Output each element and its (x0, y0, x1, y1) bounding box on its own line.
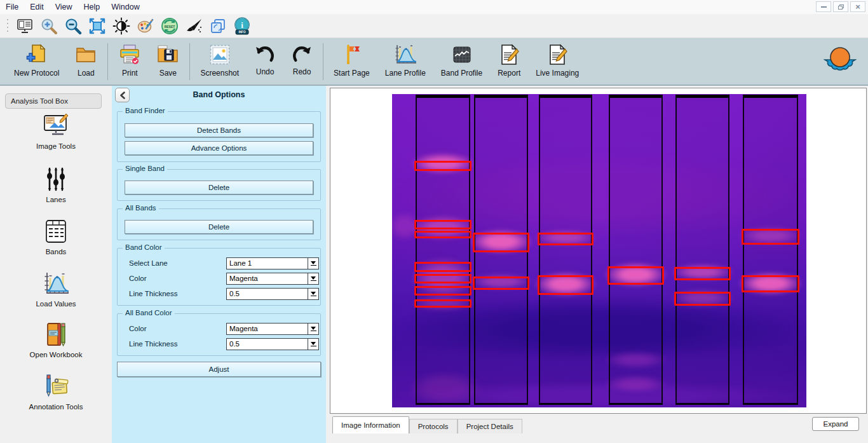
sidebar-item-annotation-tools[interactable]: Annotation Tools (0, 373, 112, 421)
band-box[interactable] (414, 161, 471, 171)
band-box[interactable] (538, 275, 593, 295)
sidebar-item-image-tools[interactable]: Image Tools (0, 112, 112, 161)
live-imaging-button[interactable]: Live Imaging (528, 43, 587, 78)
close-icon: × (855, 3, 860, 11)
dropdown-arrow-icon[interactable] (308, 289, 318, 299)
collapse-panel-button[interactable] (115, 88, 130, 102)
convert-image-button[interactable] (208, 16, 227, 36)
toolbar-button-label: Redo (293, 67, 311, 76)
band-color-color-label: Color (129, 275, 146, 282)
menu-view[interactable]: View (50, 0, 78, 14)
fit-screen-button[interactable] (87, 16, 107, 36)
print-button[interactable]: Print (111, 43, 149, 78)
gel-lane-3[interactable] (539, 95, 592, 405)
convert-image-icon (209, 17, 227, 35)
band-box[interactable] (607, 266, 664, 285)
analysis-toolbox-sidebar: Analysis Tool Box Image Tools Lanes (0, 86, 112, 443)
toolbar-button-label: Screenshot (200, 69, 239, 78)
band-profile-button[interactable]: Band Profile (433, 43, 490, 78)
restore-button[interactable] (833, 1, 848, 12)
band-thickness-value: 0.5 (227, 289, 308, 299)
sidebar-item-label: Lanes (46, 196, 65, 203)
select-lane-dropdown[interactable]: Lane 1 (226, 257, 319, 269)
band-thickness-dropdown[interactable]: 0.5 (226, 288, 319, 300)
all-band-thickness-dropdown[interactable]: 0.5 (226, 338, 319, 350)
gel-image[interactable] (392, 94, 806, 407)
tab-protocols[interactable]: Protocols (409, 419, 458, 433)
dropdown-arrow-icon[interactable] (308, 273, 318, 284)
all-bands-group: All Bands Delete (117, 208, 321, 240)
reset-button[interactable]: RESET (159, 16, 179, 36)
band-color-dropdown[interactable]: Magenta (226, 273, 319, 285)
zoom-in-button[interactable] (39, 16, 58, 36)
band-box[interactable] (414, 220, 471, 229)
redo-button[interactable]: Redo (283, 43, 320, 76)
gel-lane-4[interactable] (609, 95, 663, 405)
minimize-button[interactable] (816, 1, 831, 12)
band-box[interactable] (538, 233, 593, 245)
save-button[interactable]: Save (149, 43, 187, 78)
reading-view-icon (16, 17, 34, 35)
all-band-thickness-label: Line Thickness (129, 340, 178, 348)
band-box[interactable] (414, 299, 471, 308)
sidebar-item-label: Open Workbook (30, 351, 83, 358)
redo-icon (291, 43, 313, 65)
report-button[interactable]: Report (490, 43, 528, 78)
all-bands-delete-button[interactable]: Delete (125, 220, 313, 234)
zoom-out-button[interactable] (63, 16, 83, 36)
band-box[interactable] (414, 286, 471, 296)
dropdown-arrow-icon[interactable] (308, 258, 318, 269)
sidebar-item-label: Annotation Tools (29, 403, 83, 411)
close-button[interactable]: × (850, 1, 865, 12)
sidebar-item-bands[interactable]: Bands (0, 218, 112, 266)
info-button[interactable]: i INFO (232, 16, 252, 36)
main-toolbar: New Protocol Load Print (0, 38, 868, 86)
dropdown-arrow-icon[interactable] (308, 339, 318, 350)
new-protocol-button[interactable]: New Protocol (6, 43, 67, 78)
sidebar-item-load-values[interactable]: Load Values (0, 270, 112, 318)
advance-options-button[interactable]: Advance Options (125, 141, 313, 155)
dropdown-arrow-icon[interactable] (308, 324, 318, 334)
detect-bands-button[interactable]: Detect Bands (125, 123, 313, 137)
tab-project-details[interactable]: Project Details (458, 419, 522, 433)
chevron-left-icon (119, 92, 126, 99)
single-band-delete-button[interactable]: Delete (125, 181, 313, 194)
band-box[interactable] (674, 267, 731, 280)
band-box[interactable] (414, 274, 471, 283)
load-button[interactable]: Load (67, 43, 105, 78)
menu-help[interactable]: Help (78, 0, 106, 14)
select-lane-label: Select Lane (129, 259, 168, 267)
reading-view-button[interactable] (15, 16, 34, 36)
toolbar-separator (107, 43, 108, 80)
band-box[interactable] (414, 262, 471, 272)
start-page-button[interactable]: Start Page (326, 43, 377, 78)
contrast-button[interactable] (111, 16, 131, 36)
screenshot-button[interactable]: Screenshot (193, 43, 247, 78)
all-bands-label: All Bands (123, 204, 159, 212)
menu-edit[interactable]: Edit (24, 0, 50, 14)
gel-lane-1[interactable] (416, 95, 470, 405)
gel-lane-5[interactable] (675, 95, 729, 405)
sidebar-item-lanes[interactable]: Lanes (0, 166, 112, 214)
all-band-color-group: All Band Color Color Magenta Line Thickn… (117, 313, 321, 356)
expand-button[interactable]: Expand (812, 417, 859, 431)
undo-button[interactable]: Undo (247, 43, 283, 76)
color-palette-button[interactable] (135, 16, 155, 36)
adjust-button[interactable]: Adjust (117, 362, 321, 377)
band-finder-label: Band Finder (123, 107, 168, 114)
band-box[interactable] (414, 231, 471, 238)
toolbar-button-label: Undo (256, 67, 275, 76)
band-box[interactable] (473, 233, 529, 252)
band-box[interactable] (742, 229, 799, 245)
clean-brush-button[interactable] (184, 16, 203, 36)
lane-profile-button[interactable]: Lane Profile (377, 43, 433, 78)
band-box[interactable] (742, 275, 799, 292)
tab-image-information[interactable]: Image Information (332, 416, 409, 433)
band-box[interactable] (674, 292, 731, 306)
menu-window[interactable]: Window (105, 0, 145, 14)
all-band-color-dropdown[interactable]: Magenta (226, 323, 319, 335)
menu-file[interactable]: File (0, 0, 24, 14)
sidebar-item-open-workbook[interactable]: Open Workbook (0, 321, 112, 369)
gel-lane-6[interactable] (743, 95, 798, 405)
band-box[interactable] (473, 276, 529, 290)
